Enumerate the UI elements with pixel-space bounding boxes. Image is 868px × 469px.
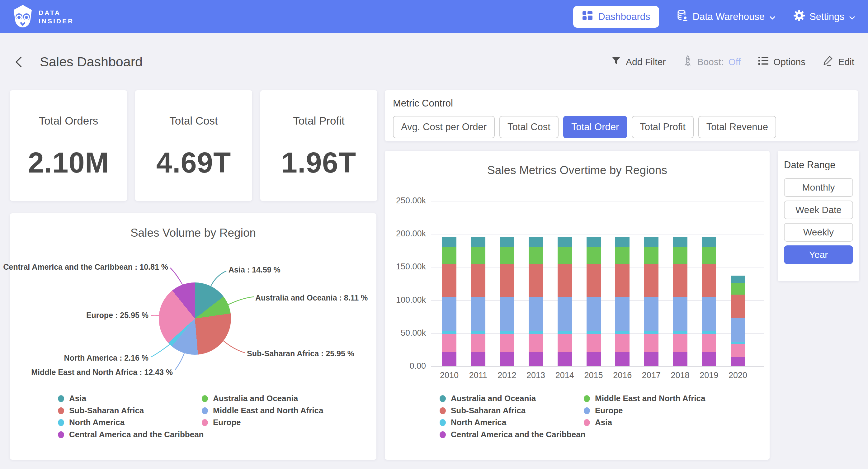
metric-option-total-cost[interactable]: Total Cost: [499, 116, 559, 138]
legend-label: Asia: [69, 393, 86, 403]
bar-segment: [615, 297, 629, 331]
bar-segment: [529, 264, 543, 297]
metric-option-total-profit[interactable]: Total Profit: [632, 116, 693, 138]
legend-dot: [584, 407, 590, 414]
dashboards-grid-icon: [582, 10, 593, 24]
x-axis-tick: 2016: [608, 371, 637, 380]
y-axis-tick: 0.00: [387, 361, 426, 371]
bar-segment: [731, 295, 745, 318]
legend-dot: [202, 419, 208, 426]
metric-option-avg-cost-per-order[interactable]: Avg. Cost per Order: [393, 116, 495, 138]
bar-segment: [500, 331, 514, 334]
legend-item-north-america[interactable]: North America: [58, 418, 125, 427]
bar-2010: [442, 237, 457, 366]
legend-item-australia-and-oceania[interactable]: Australia and Oceania: [440, 393, 536, 403]
legend-dot: [440, 395, 446, 402]
y-axis-tick: 100.00k: [387, 295, 426, 305]
bar-2016: [615, 237, 629, 366]
bar-segment: [615, 352, 629, 366]
owl-logo-icon: [12, 4, 33, 29]
bar-segment: [673, 352, 687, 366]
bar-segment: [442, 334, 457, 352]
kpi-value: 2.10M: [28, 146, 109, 179]
legend-item-europe[interactable]: Europe: [584, 406, 623, 415]
date-range-panel: Date Range MonthlyWeek DateWeeklyYear: [778, 151, 859, 281]
legend-dot: [440, 419, 446, 426]
add-filter-button[interactable]: Add Filter: [611, 56, 665, 68]
rocket-icon: [683, 55, 692, 68]
legend-label: Asia: [595, 418, 612, 427]
date-range-option-monthly[interactable]: Monthly: [784, 178, 853, 197]
kpi-label: Total Profit: [293, 115, 344, 127]
kpi-card-total-cost: Total Cost 4.69T: [135, 90, 252, 201]
bar-segment: [702, 334, 716, 352]
kpi-value: 4.69T: [156, 146, 231, 179]
legend-dot: [202, 395, 208, 402]
legend-label: Central America and the Caribbean: [69, 430, 204, 439]
legend-item-sub-saharan-africa[interactable]: Sub-Saharan Africa: [58, 406, 144, 415]
pie-chart-card: Sales Volume by Region Asia : 14.59 %Aus…: [10, 213, 376, 460]
bar-segment: [471, 264, 485, 297]
legend-dot: [584, 419, 590, 426]
bar-segment: [471, 247, 485, 264]
legend-item-central-america-and-the-caribbean[interactable]: Central America and the Caribbean: [58, 430, 204, 439]
legend-label: Sub-Saharan Africa: [69, 406, 144, 415]
pie-label-north-america: North America : 2.16 %: [64, 353, 149, 362]
bar-segment: [587, 352, 601, 366]
date-range-option-week-date[interactable]: Week Date: [784, 201, 853, 219]
legend-item-asia[interactable]: Asia: [58, 393, 86, 403]
legend-item-north-america[interactable]: North America: [440, 418, 506, 427]
legend-dot: [58, 407, 64, 414]
legend-item-europe[interactable]: Europe: [202, 418, 241, 427]
settings-menu[interactable]: Settings: [793, 10, 856, 24]
legend-item-middle-east-and-north-africa[interactable]: Middle East and North Africa: [584, 393, 705, 403]
legend-item-australia-and-oceania[interactable]: Australia and Oceania: [202, 393, 298, 403]
bar-segment: [500, 237, 514, 247]
bar-segment: [500, 352, 514, 366]
bar-segment: [731, 344, 745, 357]
dashboards-button[interactable]: Dashboards: [573, 6, 659, 28]
pie-chart-title: Sales Volume by Region: [10, 226, 376, 239]
page-title: Sales Dashboard: [40, 54, 143, 69]
pie-label-europe: Europe : 25.95 %: [86, 311, 149, 320]
legend-label: Middle East and North Africa: [595, 393, 705, 403]
data-warehouse-menu[interactable]: Data Warehouse: [677, 9, 776, 24]
bar-segment: [644, 352, 658, 366]
bar-segment: [587, 331, 601, 334]
x-axis-tick: 2020: [723, 371, 752, 380]
bar-segment: [500, 297, 514, 331]
bar-2013: [529, 237, 543, 366]
bar-segment: [615, 331, 629, 334]
metric-option-total-revenue[interactable]: Total Revenue: [698, 116, 776, 138]
bar-segment: [529, 247, 543, 264]
bar-segment: [471, 297, 485, 331]
bar-segment: [702, 247, 716, 264]
metric-option-total-order[interactable]: Total Order: [563, 116, 627, 138]
bar-segment: [615, 264, 629, 297]
y-axis-tick: 200.00k: [387, 229, 426, 239]
pie-circle: [159, 283, 231, 355]
bar-segment: [702, 237, 716, 247]
options-button[interactable]: Options: [758, 56, 805, 67]
metric-button-group: Avg. Cost per OrderTotal CostTotal Order…: [393, 116, 850, 138]
metric-control-label: Metric Control: [393, 98, 850, 109]
legend-item-central-america-and-the-caribbean[interactable]: Central America and the Caribbean: [440, 430, 586, 439]
bar-segment: [500, 264, 514, 297]
legend-label: Sub-Saharan Africa: [451, 406, 526, 415]
boost-toggle[interactable]: Boost: Off: [683, 55, 741, 68]
bar-segment: [558, 334, 572, 352]
date-range-option-year[interactable]: Year: [784, 245, 853, 264]
legend-dot: [58, 419, 64, 426]
back-button[interactable]: [14, 55, 27, 69]
legend-item-sub-saharan-africa[interactable]: Sub-Saharan Africa: [440, 406, 526, 415]
kpi-label: Total Orders: [39, 115, 98, 127]
edit-button[interactable]: Edit: [823, 55, 854, 68]
bar-2014: [558, 237, 572, 366]
bar-segment: [587, 334, 601, 352]
bar-segment: [587, 264, 601, 297]
legend-item-asia[interactable]: Asia: [584, 418, 612, 427]
bar-segment: [587, 247, 601, 264]
bar-segment: [529, 297, 543, 331]
date-range-option-weekly[interactable]: Weekly: [784, 223, 853, 242]
legend-item-middle-east-and-north-africa[interactable]: Middle East and North Africa: [202, 406, 323, 415]
